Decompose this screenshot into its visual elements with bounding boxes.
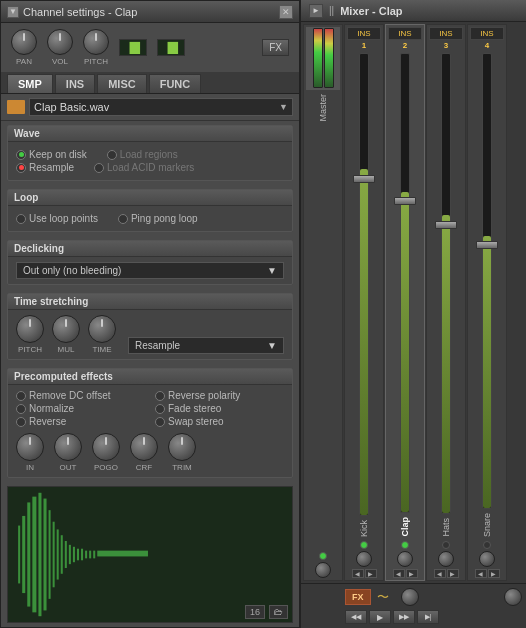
normalize-radio[interactable]: [16, 404, 26, 414]
hats-btn-left[interactable]: ◀: [434, 569, 446, 578]
clap-btn-right[interactable]: ▶: [406, 569, 418, 578]
kick-vol-knob[interactable]: [356, 551, 372, 567]
transport-end-btn[interactable]: ▶|: [417, 610, 439, 624]
waveform-display: [8, 487, 292, 622]
close-button[interactable]: ✕: [279, 5, 293, 19]
crf-knob[interactable]: [130, 433, 158, 461]
clap-vol-knob[interactable]: [397, 551, 413, 567]
mixer-bottom-area: FX 〜 ◀◀ ▶ ▶▶ ▶|: [301, 583, 526, 628]
ts-mul-knob[interactable]: [52, 315, 80, 343]
resample-label: Resample: [29, 162, 74, 173]
load-acid-option[interactable]: Load ACID markers: [94, 162, 194, 173]
load-acid-radio[interactable]: [94, 163, 104, 173]
pan-knob[interactable]: [11, 29, 37, 55]
ping-pong-option[interactable]: Ping pong loop: [118, 213, 198, 224]
fade-stereo-option[interactable]: Fade stereo: [155, 403, 284, 414]
svg-rect-11: [65, 541, 67, 568]
out-knob[interactable]: [54, 433, 82, 461]
send-knob2[interactable]: [504, 588, 522, 606]
master-vol-knob[interactable]: [315, 562, 331, 578]
master-led: [319, 552, 327, 560]
svg-rect-16: [85, 551, 87, 559]
reverse-radio[interactable]: [16, 417, 26, 427]
reverse-option[interactable]: Reverse: [16, 416, 145, 427]
fx-label-btn[interactable]: FX: [345, 589, 371, 605]
svg-rect-9: [57, 529, 59, 579]
tab-func[interactable]: FUNC: [149, 74, 202, 93]
main-content: Wave Keep on disk Load regions Resam: [1, 121, 299, 627]
svg-rect-12: [69, 545, 71, 564]
trim-knob-group: TRIM: [168, 433, 196, 472]
swap-stereo-label: Swap stereo: [168, 416, 224, 427]
normalize-option[interactable]: Normalize: [16, 403, 145, 414]
ts-pitch-knob[interactable]: [16, 315, 44, 343]
hats-number: 3: [444, 41, 448, 50]
transport-play-btn[interactable]: ▶: [369, 610, 391, 624]
vol-label: VOL: [52, 57, 68, 66]
hats-vol-knob[interactable]: [438, 551, 454, 567]
keep-on-disk-radio[interactable]: [16, 150, 26, 160]
precomputed-knobs: IN OUT POGO CRF: [16, 433, 284, 472]
declicking-dropdown[interactable]: Out only (no bleeding) ▼: [16, 262, 284, 279]
transport-prev-btn[interactable]: ◀◀: [345, 610, 367, 624]
mixer-collapse-icon[interactable]: ►: [309, 4, 323, 18]
resample-option[interactable]: Resample: [16, 162, 74, 173]
snare-fader-handle[interactable]: [476, 241, 498, 249]
transport-next-btn[interactable]: ▶▶: [393, 610, 415, 624]
collapse-button[interactable]: ▼: [7, 6, 19, 18]
use-loop-points-option[interactable]: Use loop points: [16, 213, 98, 224]
vol-knob[interactable]: [47, 29, 73, 55]
snare-btn-right[interactable]: ▶: [488, 569, 500, 578]
fx-button[interactable]: FX: [262, 39, 289, 56]
clap-btn-left[interactable]: ◀: [393, 569, 405, 578]
trim-knob[interactable]: [168, 433, 196, 461]
hats-btn-right[interactable]: ▶: [447, 569, 459, 578]
remove-dc-option[interactable]: Remove DC offset: [16, 390, 145, 401]
tab-ins[interactable]: INS: [55, 74, 95, 93]
eq-icon: 〜: [377, 589, 389, 606]
keep-on-disk-option[interactable]: Keep on disk: [16, 149, 87, 160]
time-stretch-dropdown[interactable]: Resample ▼: [128, 337, 284, 354]
pitch-label: PITCH: [84, 57, 108, 66]
waveform-area[interactable]: 16 🗁: [7, 486, 293, 623]
svg-rect-6: [44, 499, 47, 611]
reverse-polarity-radio[interactable]: [155, 391, 165, 401]
kick-btn-right[interactable]: ▶: [365, 569, 377, 578]
tab-misc[interactable]: MISC: [97, 74, 147, 93]
hats-fader-handle[interactable]: [435, 221, 457, 229]
declicking-content: Out only (no bleeding) ▼: [8, 257, 292, 284]
snare-btn-left[interactable]: ◀: [475, 569, 487, 578]
pogo-knob[interactable]: [92, 433, 120, 461]
load-regions-radio[interactable]: [107, 150, 117, 160]
remove-dc-radio[interactable]: [16, 391, 26, 401]
kick-fader-handle[interactable]: [353, 175, 375, 183]
kick-btn-left[interactable]: ◀: [352, 569, 364, 578]
ts-time-knob[interactable]: [88, 315, 116, 343]
fade-stereo-radio[interactable]: [155, 404, 165, 414]
in-knob[interactable]: [16, 433, 44, 461]
pitch-knob[interactable]: [83, 29, 109, 55]
clap-fader-handle[interactable]: [394, 197, 416, 205]
snare-vol-knob[interactable]: [479, 551, 495, 567]
ping-pong-radio[interactable]: [118, 214, 128, 224]
swap-stereo-option[interactable]: Swap stereo: [155, 416, 284, 427]
tab-smp[interactable]: SMP: [7, 74, 53, 93]
normalize-label: Normalize: [29, 403, 74, 414]
use-loop-radio[interactable]: [16, 214, 26, 224]
reverse-polarity-option[interactable]: Reverse polarity: [155, 390, 284, 401]
precomputed-content: Remove DC offset Reverse polarity Normal…: [8, 385, 292, 477]
send-knob[interactable]: [401, 588, 419, 606]
waveform-file-btn[interactable]: 🗁: [269, 605, 288, 619]
clap-fader-fill: [401, 192, 409, 513]
svg-rect-19: [97, 551, 148, 557]
swap-stereo-radio[interactable]: [155, 417, 165, 427]
loop-options-row: Use loop points Ping pong loop: [16, 213, 284, 224]
folder-icon[interactable]: [7, 100, 25, 114]
precomputed-title: Precomputed effects: [8, 369, 292, 385]
load-regions-option[interactable]: Load regions: [107, 149, 178, 160]
svg-rect-7: [49, 510, 51, 599]
file-dropdown[interactable]: Clap Basic.wav ▼: [29, 98, 293, 116]
waveform-zoom-btn[interactable]: 16: [245, 605, 265, 619]
crf-label: CRF: [136, 463, 152, 472]
resample-radio[interactable]: [16, 163, 26, 173]
